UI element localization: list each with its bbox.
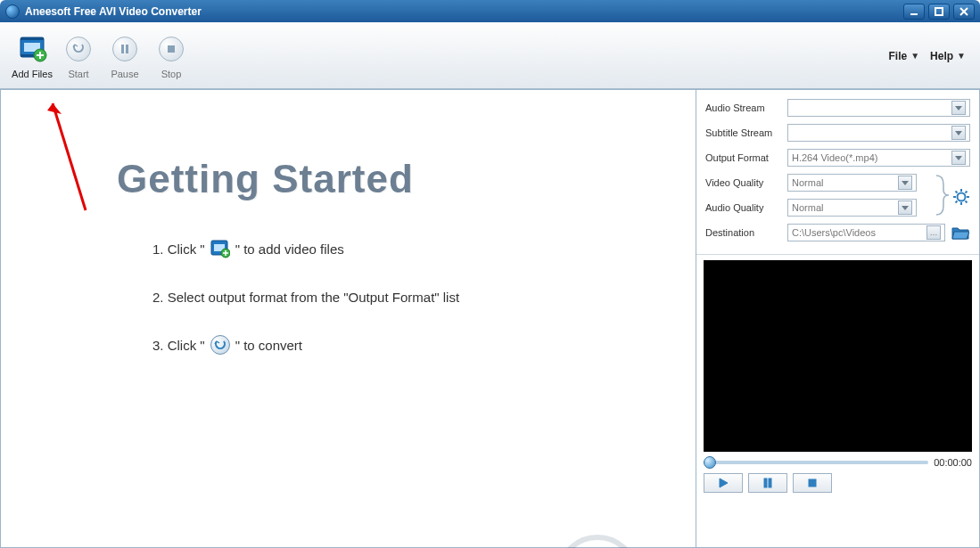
app-icon: [5, 4, 20, 19]
chevron-down-icon: [951, 101, 966, 115]
steps-list: 1. Click " " to add video files 2. Sele: [152, 237, 696, 356]
time-display: 00:00:00: [934, 457, 972, 468]
svg-line-35: [966, 192, 968, 193]
chevron-down-icon: [951, 151, 966, 165]
stop-label: Stop: [161, 69, 182, 79]
step-2-text: 2. Select output format from the "Output…: [152, 290, 459, 305]
svg-rect-12: [126, 45, 128, 53]
destination-field[interactable]: C:\Users\pc\Videos …: [787, 224, 945, 241]
pause-playback-button[interactable]: [748, 473, 787, 493]
video-quality-value: Normal: [792, 177, 823, 188]
quality-bracket: [935, 174, 952, 218]
step-2: 2. Select output format from the "Output…: [152, 285, 696, 308]
folder-icon: [951, 225, 969, 240]
content-pane: Getting Started 1. Click " " to add vide…: [0, 89, 696, 548]
output-format-value: H.264 Video(*.mp4): [792, 152, 877, 163]
stop-icon: [155, 33, 187, 65]
subtitle-stream-dropdown[interactable]: [787, 124, 970, 142]
pause-label: Pause: [111, 69, 138, 79]
seek-row: 00:00:00: [704, 457, 972, 468]
close-button[interactable]: [953, 4, 975, 20]
pause-button[interactable]: Pause: [102, 33, 148, 79]
output-format-dropdown[interactable]: H.264 Video(*.mp4): [787, 149, 970, 167]
video-quality-dropdown[interactable]: Normal: [787, 174, 917, 192]
toolbar: Add Files Start Pause Stop File ▼ Help ▼: [0, 22, 980, 89]
seek-thumb[interactable]: [704, 456, 716, 469]
seek-slider[interactable]: [704, 461, 928, 464]
maximize-button[interactable]: [928, 4, 950, 20]
video-quality-row: Video Quality Normal: [705, 174, 935, 192]
chevron-down-icon: ▼: [910, 51, 919, 61]
help-menu-label: Help: [930, 50, 953, 62]
svg-rect-5: [21, 37, 44, 40]
getting-started-heading: Getting Started: [117, 157, 696, 201]
svg-point-21: [562, 537, 633, 548]
stop-button[interactable]: Stop: [148, 33, 194, 79]
pause-icon: [762, 478, 773, 488]
svg-rect-1: [935, 8, 943, 15]
browse-dots-button[interactable]: …: [926, 225, 941, 240]
audio-quality-label: Audio Quality: [705, 202, 782, 213]
settings-pane: Audio Stream Subtitle Stream Output Form…: [696, 89, 980, 548]
stop-icon: [807, 478, 818, 488]
chevron-down-icon: [898, 200, 912, 215]
step-3: 3. Click " " to convert: [152, 333, 696, 356]
start-label: Start: [68, 69, 88, 79]
file-menu-label: File: [889, 50, 908, 62]
svg-line-34: [966, 201, 968, 203]
chevron-down-icon: ▼: [957, 51, 966, 61]
svg-rect-13: [168, 45, 175, 53]
start-icon: [62, 33, 95, 65]
stop-playback-button[interactable]: [793, 473, 832, 493]
step-3-pre: 3. Click ": [152, 338, 205, 353]
add-files-inline-icon: [210, 239, 230, 258]
svg-point-28: [958, 193, 966, 201]
chevron-down-icon: [898, 176, 912, 190]
step-3-post: " to convert: [235, 338, 302, 353]
audio-quality-row: Audio Quality Normal: [705, 199, 935, 217]
minimize-button[interactable]: [903, 4, 925, 20]
add-files-button[interactable]: Add Files: [9, 33, 55, 79]
svg-rect-39: [769, 478, 771, 487]
svg-marker-15: [47, 103, 62, 114]
step-1-post: " to add video files: [235, 241, 344, 257]
subtitle-stream-label: Subtitle Stream: [705, 127, 782, 138]
help-menu[interactable]: Help ▼: [925, 46, 971, 66]
svg-marker-27: [902, 206, 909, 210]
start-button[interactable]: Start: [55, 33, 102, 79]
main-area: Getting Started 1. Click " " to add vide…: [0, 89, 980, 548]
titlebar: Aneesoft Free AVI Video Converter: [0, 0, 980, 22]
svg-marker-37: [720, 478, 728, 487]
filmstrip-decoration: [446, 507, 678, 548]
svg-marker-24: [955, 131, 962, 135]
svg-marker-26: [902, 181, 909, 185]
add-files-label: Add Files: [12, 69, 53, 79]
audio-quality-value: Normal: [792, 202, 823, 213]
svg-line-33: [956, 192, 958, 193]
svg-marker-23: [955, 106, 962, 110]
video-quality-label: Video Quality: [705, 177, 782, 188]
svg-rect-11: [121, 45, 124, 53]
convert-inline-icon: [210, 335, 230, 355]
open-folder-button[interactable]: [951, 225, 970, 241]
svg-marker-25: [955, 156, 962, 160]
destination-row: Destination C:\Users\pc\Videos …: [705, 224, 970, 241]
window-title: Aneesoft Free AVI Video Converter: [25, 5, 903, 18]
play-button[interactable]: [704, 473, 743, 493]
subtitle-stream-row: Subtitle Stream: [705, 124, 970, 142]
preview-player: [704, 260, 972, 452]
play-controls: [704, 473, 972, 493]
file-menu[interactable]: File ▼: [884, 46, 926, 66]
chevron-down-icon: [951, 126, 966, 140]
audio-stream-row: Audio Stream: [705, 99, 970, 117]
audio-quality-dropdown[interactable]: Normal: [787, 199, 917, 217]
pause-icon: [109, 33, 141, 65]
audio-stream-label: Audio Stream: [705, 102, 782, 113]
destination-value: C:\Users\pc\Videos: [792, 227, 876, 238]
svg-rect-40: [809, 479, 816, 487]
audio-stream-dropdown[interactable]: [787, 99, 970, 117]
advanced-settings-button[interactable]: [952, 188, 970, 206]
settings-form: Audio Stream Subtitle Stream Output Form…: [696, 90, 979, 255]
play-icon: [718, 478, 729, 488]
step-1-pre: 1. Click ": [152, 241, 205, 257]
